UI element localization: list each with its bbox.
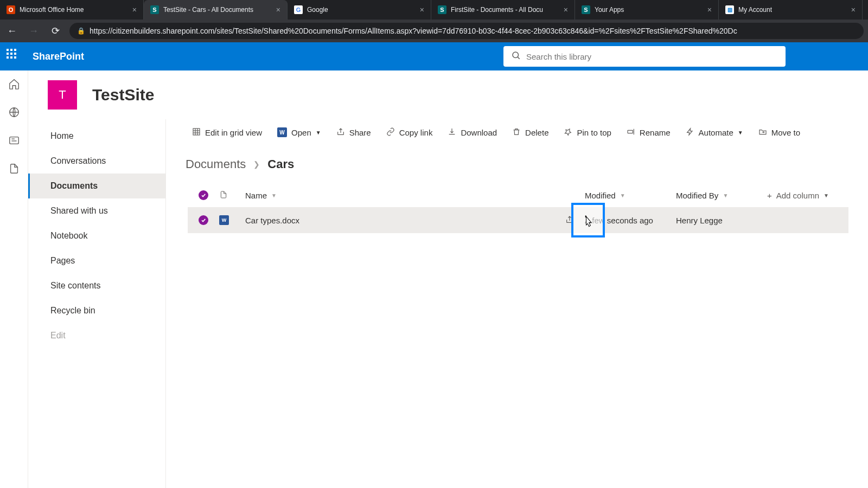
edit-grid-view-button[interactable]: Edit in grid view bbox=[186, 121, 269, 143]
move-icon bbox=[758, 127, 767, 138]
document-list: Name ▼ Modified ▼ Modified By ▼ + bbox=[166, 183, 868, 233]
modified-by-header[interactable]: Modified By ▼ bbox=[676, 191, 767, 200]
nav-item-documents[interactable]: Documents bbox=[28, 174, 165, 198]
chevron-down-icon: ▼ bbox=[824, 192, 829, 198]
modified-by-cell[interactable]: Henry Legge bbox=[676, 216, 767, 225]
browser-url-box[interactable]: 🔒 https://citizenbuilders.sharepoint.com… bbox=[69, 23, 864, 39]
chevron-down-icon: ▼ bbox=[271, 192, 277, 198]
nav-item-edit[interactable]: Edit bbox=[28, 323, 165, 348]
content-pane: T TestSite HomeConversationsDocumentsSha… bbox=[28, 70, 868, 488]
main-area: T TestSite HomeConversationsDocumentsSha… bbox=[0, 70, 868, 488]
browser-tab[interactable]: SFirstSite - Documents - All Docu× bbox=[431, 0, 575, 20]
name-header[interactable]: Name ▼ bbox=[245, 191, 585, 200]
chevron-down-icon: ▼ bbox=[316, 130, 321, 136]
select-all-header[interactable] bbox=[188, 190, 219, 200]
chevron-down-icon: ▼ bbox=[738, 130, 743, 136]
close-icon[interactable]: × bbox=[276, 5, 280, 14]
tab-favicon: S bbox=[150, 5, 159, 14]
tab-favicon: O bbox=[7, 5, 15, 14]
chevron-down-icon: ▼ bbox=[620, 192, 626, 198]
close-icon[interactable]: × bbox=[851, 5, 856, 14]
tab-title: Your Apps bbox=[595, 6, 703, 14]
site-header: T TestSite bbox=[28, 70, 868, 119]
browser-tab[interactable]: ⊞My Account× bbox=[719, 0, 863, 20]
files-icon[interactable] bbox=[8, 163, 20, 177]
globe-icon[interactable] bbox=[8, 106, 20, 120]
tab-title: FirstSite - Documents - All Docu bbox=[451, 6, 559, 14]
nav-item-home[interactable]: Home bbox=[28, 124, 165, 149]
checkmark-icon bbox=[199, 190, 208, 200]
word-icon: W bbox=[277, 127, 287, 137]
close-icon[interactable]: × bbox=[132, 5, 137, 14]
close-icon[interactable]: × bbox=[707, 5, 712, 14]
browser-tab[interactable]: OMicrosoft Office Home× bbox=[0, 0, 144, 20]
browser-tab[interactable]: GGoogle× bbox=[288, 0, 431, 20]
browser-back-button[interactable]: ← bbox=[4, 25, 20, 37]
table-row[interactable]: W Car types.docx A few seconds ago Henry… bbox=[188, 207, 848, 233]
svg-rect-3 bbox=[9, 137, 18, 144]
download-icon bbox=[448, 127, 456, 138]
browser-forward-button[interactable]: → bbox=[26, 25, 41, 37]
modified-header[interactable]: Modified ▼ bbox=[585, 191, 676, 200]
site-logo[interactable]: T bbox=[48, 80, 77, 110]
file-name-cell[interactable]: Car types.docx bbox=[245, 215, 585, 226]
global-nav-bar bbox=[0, 70, 28, 488]
word-file-icon: W bbox=[219, 215, 229, 225]
download-button[interactable]: Download bbox=[441, 121, 503, 143]
lock-icon: 🔒 bbox=[77, 27, 85, 35]
pin-button[interactable]: Pin to top bbox=[557, 121, 617, 143]
tab-title: My Account bbox=[738, 6, 847, 14]
nav-item-notebook[interactable]: Notebook bbox=[28, 223, 165, 248]
automate-icon bbox=[686, 127, 694, 138]
news-icon[interactable] bbox=[8, 134, 20, 149]
svg-line-1 bbox=[518, 57, 519, 59]
add-column-button[interactable]: + Add column ▼ bbox=[767, 191, 848, 200]
browser-tab[interactable]: SYour Apps× bbox=[575, 0, 719, 20]
app-name-label[interactable]: SharePoint bbox=[33, 51, 84, 62]
close-icon[interactable]: × bbox=[420, 5, 424, 14]
open-button[interactable]: W Open ▼ bbox=[271, 121, 328, 143]
tab-favicon: ⊞ bbox=[725, 5, 734, 14]
command-bar: Edit in grid view W Open ▼ Share Copy li… bbox=[166, 119, 868, 145]
tab-title: Microsoft Office Home bbox=[20, 6, 128, 14]
app-launcher-button[interactable] bbox=[7, 49, 22, 64]
pin-icon bbox=[564, 127, 572, 138]
copy-link-button[interactable]: Copy link bbox=[380, 121, 439, 143]
home-icon[interactable] bbox=[8, 78, 20, 92]
rename-icon bbox=[627, 127, 635, 138]
file-icon bbox=[219, 190, 228, 201]
tab-title: TestSite - Cars - All Documents bbox=[163, 6, 272, 14]
browser-tab[interactable]: STestSite - Cars - All Documents× bbox=[144, 0, 288, 20]
table-header-row: Name ▼ Modified ▼ Modified By ▼ + bbox=[188, 183, 848, 207]
tab-title: Google bbox=[307, 6, 416, 14]
delete-button[interactable]: Delete bbox=[506, 121, 555, 143]
link-icon bbox=[386, 127, 395, 138]
site-title[interactable]: TestSite bbox=[92, 86, 154, 104]
delete-icon bbox=[512, 127, 521, 138]
rename-button[interactable]: Rename bbox=[620, 121, 677, 143]
share-icon bbox=[336, 127, 345, 138]
search-input[interactable] bbox=[526, 52, 778, 61]
type-header[interactable] bbox=[219, 190, 245, 201]
browser-reload-button[interactable]: ⟳ bbox=[48, 25, 63, 37]
tab-favicon: S bbox=[582, 5, 590, 14]
tab-favicon: S bbox=[438, 5, 446, 14]
nav-item-shared-with-us[interactable]: Shared with us bbox=[28, 198, 165, 223]
share-button[interactable]: Share bbox=[330, 121, 378, 143]
search-box[interactable] bbox=[503, 46, 786, 67]
move-to-button[interactable]: Move to bbox=[752, 121, 807, 143]
row-selector[interactable] bbox=[188, 215, 219, 225]
nav-item-recycle-bin[interactable]: Recycle bin bbox=[28, 298, 165, 323]
nav-item-site-contents[interactable]: Site contents bbox=[28, 273, 165, 298]
automate-button[interactable]: Automate ▼ bbox=[679, 121, 750, 143]
breadcrumb-root[interactable]: Documents bbox=[186, 157, 246, 171]
close-icon[interactable]: × bbox=[564, 5, 568, 14]
svg-rect-6 bbox=[193, 129, 200, 135]
breadcrumb-current: Cars bbox=[267, 157, 294, 171]
chevron-right-icon: ❯ bbox=[253, 160, 260, 169]
nav-item-conversations[interactable]: Conversations bbox=[28, 149, 165, 174]
nav-item-pages[interactable]: Pages bbox=[28, 248, 165, 273]
svg-point-0 bbox=[513, 52, 519, 58]
main-content: Edit in grid view W Open ▼ Share Copy li… bbox=[166, 119, 868, 488]
left-navigation: HomeConversationsDocumentsShared with us… bbox=[28, 119, 166, 488]
